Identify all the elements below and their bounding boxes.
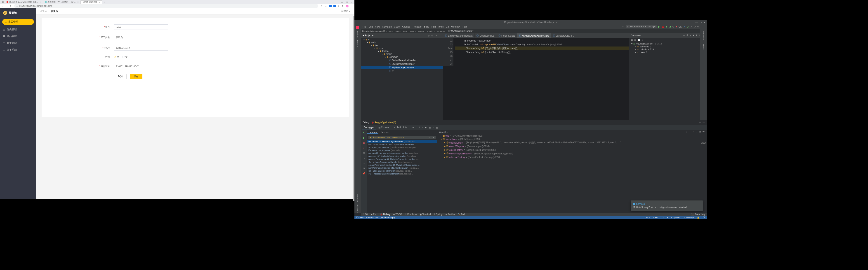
- tree-node[interactable]: Ⓒ GlobalExceptionHandler: [361, 59, 443, 62]
- bt-git[interactable]: ↱ Git: [363, 213, 368, 215]
- back-nav-icon[interactable]: ↶: [622, 26, 624, 28]
- editor-gutter[interactable]: 22 23 24 ● 25 26 27 28: [443, 38, 454, 66]
- maximize-icon[interactable]: □: [346, 1, 348, 3]
- force-step-icon[interactable]: ⇓: [418, 126, 420, 129]
- dbg-hide-icon[interactable]: —: [703, 121, 705, 124]
- vcs-update-icon[interactable]: ✔: [684, 25, 686, 28]
- db-schemas[interactable]: ▸ ▭ schemas 1: [631, 45, 705, 48]
- evaluate-icon[interactable]: ▤: [429, 126, 431, 129]
- copy-icon[interactable]: ⧉: [699, 131, 701, 134]
- status-lock[interactable]: 🔒: [697, 216, 700, 219]
- scrollbar[interactable]: [352, 16, 354, 201]
- frame-row[interactable]: updateFill:152, MybatisParameterHandler …: [367, 152, 437, 155]
- vcs-history-icon[interactable]: ↗: [690, 25, 692, 28]
- tree-node[interactable]: ▾ ▮ reggie: [361, 53, 443, 56]
- db-stop-icon[interactable]: ■: [693, 34, 694, 37]
- export-icon[interactable]: ⤓: [363, 162, 365, 165]
- frame-row[interactable]: newParameterHandler:645, Configuration (…: [367, 166, 437, 169]
- favorites-tool[interactable]: Favorites: [356, 204, 359, 213]
- menu-code[interactable]: Code: [394, 25, 400, 28]
- menu-git[interactable]: Git: [446, 25, 449, 28]
- tree-node[interactable]: Ⓒ JacksonObjectMapper: [361, 62, 443, 66]
- menu-view[interactable]: View: [375, 25, 380, 28]
- step-into-icon[interactable]: ↓: [415, 126, 416, 129]
- step-over-icon[interactable]: ⤻: [412, 126, 414, 129]
- bt-todo[interactable]: ≔ TODO: [393, 213, 402, 215]
- db-tool-icon[interactable]: ⤵: [642, 39, 643, 41]
- cancel-button[interactable]: 取消: [114, 74, 127, 79]
- up-icon[interactable]: ↑: [693, 131, 694, 134]
- close-window-icon[interactable]: ×: [351, 1, 352, 3]
- mute-bp-icon[interactable]: ⊘: [363, 151, 365, 155]
- frame-row[interactable]: :69, BaseStatementHandler (org.apache.ib…: [367, 169, 437, 172]
- status-enc[interactable]: UTF-8: [662, 216, 668, 219]
- name-input[interactable]: [114, 35, 168, 40]
- debug-run-config[interactable]: 🐞 ReggieApplication [1]: [371, 121, 396, 124]
- event-log[interactable]: ⬛ Event Log: [691, 213, 705, 215]
- vcs-push-icon[interactable]: ↙: [687, 25, 689, 28]
- close-icon[interactable]: ×: [704, 20, 705, 24]
- variable-row[interactable]: ▸ ⓕ reflectorFactory = {DefaultReflector…: [437, 155, 707, 159]
- status-caret[interactable]: 24:1: [646, 216, 650, 219]
- stream-icon[interactable]: ▧: [436, 126, 438, 129]
- tab-console[interactable]: ▤ Console: [377, 126, 391, 129]
- pin-icon[interactable]: 📌: [362, 172, 366, 175]
- db-jump-icon[interactable]: ↳: [690, 34, 691, 37]
- bt-terminal[interactable]: ▣ Terminal: [420, 213, 431, 215]
- editor-tab-active[interactable]: ⒸMyMetaObjectHandler.java: [517, 33, 551, 38]
- new-tab-button[interactable]: ＋: [102, 1, 107, 4]
- frame-row[interactable]: lambda$updateFill$1:154, MybatisParamete…: [367, 143, 437, 146]
- tree-settings-icon[interactable]: ⚙: [431, 34, 433, 37]
- bt-spring[interactable]: ✲ Spring: [434, 213, 442, 215]
- menu-run[interactable]: Run: [432, 25, 436, 28]
- attach-icon[interactable]: ⧉: [673, 25, 674, 28]
- view-bp-icon[interactable]: ●: [363, 146, 365, 149]
- address-input[interactable]: ⓘ localhost:8080/backend/index.html: [14, 4, 318, 8]
- remove-watch-icon[interactable]: —: [689, 131, 691, 134]
- project-tree[interactable]: ■ Project ▾ ⊙ ⚙ ⇲ — ▾ ▮ src▾ ▮ main▾ ▮ j…: [361, 33, 443, 120]
- menu-icon[interactable]: ⋯: [350, 5, 352, 7]
- collapse-icon[interactable]: ⇲: [435, 34, 437, 37]
- ext-1-icon[interactable]: [329, 5, 332, 7]
- status-mem[interactable]: ☐: [703, 216, 705, 219]
- tree-node[interactable]: ▾ ▮ com: [361, 47, 443, 50]
- ext-2-icon[interactable]: [333, 5, 336, 7]
- db-tool-icon[interactable]: ▤: [634, 39, 636, 41]
- bt-debug[interactable]: 🐞 Debug: [380, 213, 390, 215]
- db-refresh-icon[interactable]: ⟳: [686, 34, 688, 37]
- frame-row[interactable]: updateFill:24, MyMetaObjectHandler (com.…: [367, 140, 437, 143]
- close-icon[interactable]: ×: [77, 1, 79, 3]
- frame-row[interactable]: process:115, MybatisParameterHandler (co…: [367, 155, 437, 158]
- tree-node[interactable]: ▾ ▮ src: [361, 38, 443, 41]
- project-tool[interactable]: Project: [356, 31, 359, 37]
- editor-code[interactable]: "hl-override">@Override "hl-kw">public v…: [454, 38, 629, 66]
- variable-row[interactable]: ▸ ⓕ objectWrapper = {BeanWrapper@8695}: [437, 144, 707, 148]
- variable-row[interactable]: ▸ ⓕ objectWrapperFactory = {DefaultObjec…: [437, 152, 707, 155]
- settings-icon[interactable]: ⚙: [342, 5, 344, 7]
- menu-refactor[interactable]: Refactor: [413, 25, 422, 28]
- variable-row[interactable]: ▸ ⓕ originalObject = {Employee@7581} "Em…: [437, 141, 707, 144]
- show-icon[interactable]: 👁: [703, 131, 705, 134]
- menu-edit[interactable]: Edit: [369, 25, 373, 28]
- user-dropdown[interactable]: 管理员 ▾: [341, 10, 350, 13]
- tree-node[interactable]: ▾ ▮ taotao: [361, 50, 443, 53]
- maven-tool[interactable]: Maven: [702, 44, 705, 50]
- frame-row[interactable]: ifPresent:159, Optional (java.util): [367, 149, 437, 152]
- status-le[interactable]: CRLF: [653, 216, 659, 219]
- forward-icon[interactable]: →: [6, 5, 8, 7]
- notification-popup[interactable]: Services Multiple Spring Boot run config…: [631, 200, 703, 211]
- thread-selector[interactable]: ✔ "http-nio-808…ain": RUNNING ▾ ↑ ↓ ▼: [368, 136, 436, 139]
- back-icon[interactable]: ←: [2, 5, 4, 7]
- back-button[interactable]: < 返回: [40, 10, 47, 13]
- bt-problems[interactable]: ⚠ Problems: [405, 213, 417, 215]
- menu-navigate[interactable]: Navigate: [382, 25, 392, 28]
- frame-row[interactable]: createParameterHandler:45, MybatisXMLLan…: [367, 163, 437, 166]
- maximize-icon[interactable]: □: [700, 20, 702, 24]
- sidebar-item-dish[interactable]: ☰菜品管理: [0, 33, 36, 40]
- tab-threads[interactable]: Threads: [378, 131, 391, 133]
- editor-tab[interactable]: ⒸEmployee.java: [474, 33, 496, 38]
- bt-run[interactable]: ▶ Run: [371, 213, 377, 215]
- browser-tab-0[interactable]: 黑马程序员Java项目实战《瑞…×: [5, 0, 43, 4]
- resume-icon[interactable]: ▶: [363, 136, 365, 139]
- select-file-icon[interactable]: ⊙: [428, 34, 430, 37]
